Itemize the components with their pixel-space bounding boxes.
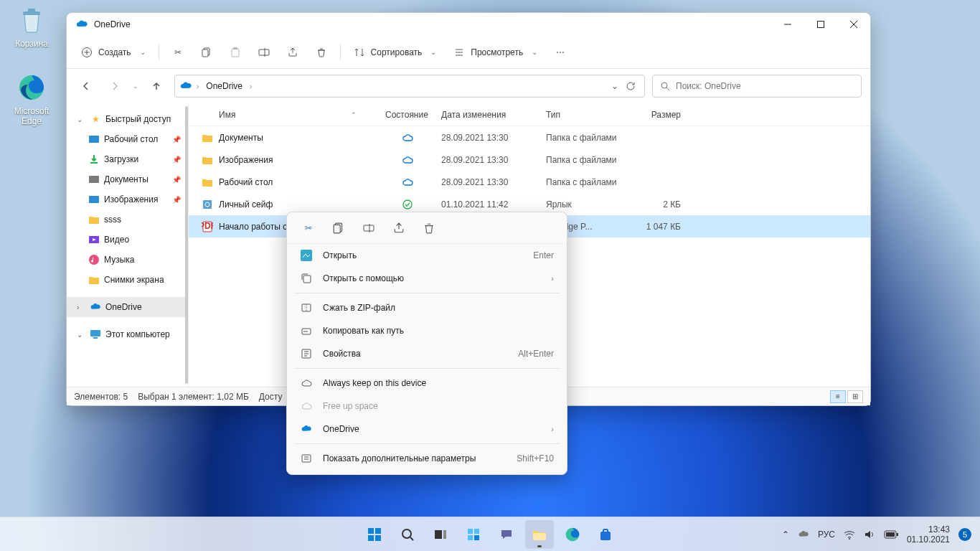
copy-button[interactable] — [194, 40, 220, 65]
window-title: OneDrive — [94, 19, 131, 29]
command-bar: Создать ⌄ ✂ Сортировать ⌄ Просмотреть ⌄ … — [67, 36, 870, 69]
notification-badge[interactable]: 5 — [958, 528, 971, 541]
sidebar-item[interactable]: Изображения📌 — [67, 189, 188, 209]
cm-open-with[interactable]: Открыть с помощью › — [287, 267, 567, 290]
sidebar-item[interactable]: Рабочий стол📌 — [67, 129, 188, 149]
column-headers[interactable]: Имя⌃ Состояние Дата изменения Тип Размер — [189, 103, 870, 126]
sort-button[interactable]: Сортировать ⌄ — [347, 40, 444, 65]
navigation-pane[interactable]: ⌄ ★ Быстрый доступ Рабочий стол📌Загрузки… — [67, 103, 189, 387]
file-row[interactable]: Документы28.09.2021 13:30Папка с файлами — [189, 126, 870, 149]
column-state[interactable]: Состояние — [380, 110, 435, 120]
address-bar[interactable]: › OneDrive › ⌄ — [174, 75, 645, 98]
sidebar-item[interactable]: Видео — [67, 230, 188, 250]
onedrive-tray-icon[interactable] — [798, 529, 809, 540]
chevron-down-icon[interactable]: ⌄ — [611, 81, 618, 91]
column-date[interactable]: Дата изменения — [435, 110, 540, 120]
search-input[interactable] — [676, 81, 854, 91]
sidebar-item[interactable]: ssss — [67, 209, 188, 230]
cm-compress-zip[interactable]: Сжать в ZIP-файл — [287, 296, 567, 319]
taskbar-search[interactable] — [393, 520, 422, 549]
cm-always-keep[interactable]: Always keep on this device — [287, 372, 567, 395]
refresh-button[interactable] — [626, 81, 636, 91]
view-button[interactable]: Просмотреть ⌄ — [446, 40, 545, 65]
file-name: Начало работы с O — [219, 222, 296, 232]
breadcrumb-item[interactable]: OneDrive — [203, 80, 245, 93]
taskbar-edge[interactable] — [558, 520, 587, 549]
taskbar[interactable]: ⌃ РУС 13:43 01.10.2021 5 — [0, 517, 980, 551]
minimize-button[interactable] — [771, 13, 804, 36]
svg-rect-69 — [886, 532, 895, 537]
taskbar-widgets[interactable] — [459, 520, 488, 549]
sidebar-item-label: Документы — [104, 174, 149, 184]
cm-free-up-space: Free up space — [287, 395, 567, 418]
start-button[interactable] — [360, 520, 389, 549]
cm-open[interactable]: Открыть Enter — [287, 244, 567, 267]
cm-show-more[interactable]: Показать дополнительные параметры Shift+… — [287, 447, 567, 470]
cm-properties[interactable]: Свойства Alt+Enter — [287, 342, 567, 365]
share-button[interactable] — [280, 40, 306, 65]
sidebar-item-icon — [88, 133, 100, 145]
sidebar-item[interactable]: Снимки экрана — [67, 270, 188, 290]
taskbar-taskview[interactable] — [426, 520, 455, 549]
close-button[interactable] — [837, 13, 870, 36]
sidebar-onedrive[interactable]: › OneDrive — [67, 297, 188, 317]
chevron-down-icon: ⌄ — [140, 48, 146, 56]
more-button[interactable]: ⋯ — [547, 40, 573, 65]
sidebar-item[interactable]: Документы📌 — [67, 169, 188, 189]
maximize-button[interactable] — [804, 13, 837, 36]
forward-button[interactable] — [104, 75, 126, 97]
details-view-button[interactable]: ≡ — [830, 390, 846, 403]
tray-chevron-icon[interactable]: ⌃ — [782, 529, 789, 540]
svg-rect-35 — [364, 225, 374, 231]
up-button[interactable] — [146, 75, 167, 97]
svg-rect-60 — [468, 535, 473, 540]
thumbnails-view-button[interactable]: ⊞ — [847, 390, 863, 403]
sidebar-quick-access[interactable]: ⌄ ★ Быстрый доступ — [67, 109, 188, 129]
file-row[interactable]: Изображения28.09.2021 13:30Папка с файла… — [189, 149, 870, 171]
rename-button[interactable] — [251, 40, 277, 65]
sidebar-this-pc[interactable]: ⌄ Этот компьютер — [67, 324, 188, 344]
cloud-icon — [300, 400, 313, 413]
delete-button[interactable] — [308, 40, 334, 65]
titlebar[interactable]: OneDrive — [67, 13, 870, 36]
cm-onedrive[interactable]: OneDrive › — [287, 418, 567, 441]
cm-share-button[interactable] — [392, 221, 406, 235]
sidebar-item-label: Этот компьютер — [105, 329, 170, 339]
column-type[interactable]: Тип — [540, 110, 628, 120]
file-type: Ярлык — [540, 199, 628, 209]
column-name[interactable]: Имя⌃ — [196, 110, 380, 120]
sidebar-item[interactable]: Загрузки📌 — [67, 149, 188, 169]
cm-delete-button[interactable] — [422, 221, 436, 235]
column-size[interactable]: Размер — [628, 110, 687, 120]
wifi-icon[interactable] — [844, 529, 855, 540]
sidebar-item[interactable]: Музыка — [67, 250, 188, 270]
svg-rect-56 — [435, 530, 442, 539]
paste-button[interactable] — [222, 40, 248, 65]
volume-icon[interactable] — [864, 529, 875, 540]
cm-rename-button[interactable] — [362, 221, 376, 235]
battery-icon[interactable] — [884, 530, 898, 539]
taskbar-chat[interactable] — [492, 520, 521, 549]
cut-button[interactable]: ✂ — [165, 40, 191, 65]
search-box[interactable] — [652, 75, 862, 98]
chevron-right-icon[interactable]: › — [250, 83, 252, 90]
recent-locations-button[interactable]: ⌄ — [133, 83, 138, 90]
language-indicator[interactable]: РУС — [818, 529, 835, 540]
taskbar-explorer[interactable] — [525, 520, 554, 549]
cm-cut-button[interactable]: ✂ — [301, 221, 316, 235]
svg-rect-59 — [474, 529, 479, 534]
back-button[interactable] — [75, 75, 97, 97]
chevron-right-icon[interactable]: › — [197, 83, 199, 90]
system-tray[interactable]: ⌃ РУС 13:43 01.10.2021 5 — [782, 524, 980, 545]
desktop-icon-edge[interactable]: Microsoft Edge — [4, 72, 60, 126]
desktop-icon-recycle-bin[interactable]: Корзина — [4, 4, 60, 49]
file-row[interactable]: Рабочий стол28.09.2021 13:30Папка с файл… — [189, 171, 870, 193]
chevron-down-icon: ⌄ — [430, 48, 436, 56]
file-icon: PDF — [202, 221, 213, 232]
taskbar-store[interactable] — [591, 520, 620, 549]
more-options-icon — [300, 452, 313, 465]
cm-copy-button[interactable] — [331, 221, 346, 235]
cm-copy-path[interactable]: Копировать как путь — [287, 319, 567, 342]
tray-clock[interactable]: 13:43 01.10.2021 — [907, 524, 950, 545]
new-button[interactable]: Создать ⌄ — [74, 40, 153, 65]
